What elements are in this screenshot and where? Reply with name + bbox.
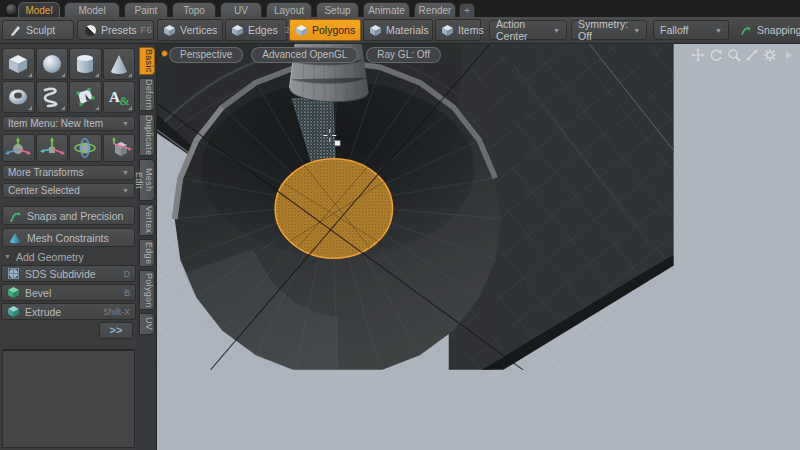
more-transforms-dropdown[interactable]: More Transforms▼	[2, 165, 135, 180]
sds-subdivide-tool[interactable]: SDS SubdivideD	[1, 265, 136, 282]
vtab-duplicate[interactable]: Duplicate	[139, 114, 155, 156]
mode-materials-button[interactable]: Materials	[363, 19, 433, 41]
move-tool-button[interactable]	[36, 134, 69, 162]
vtab-edge[interactable]: Edge	[139, 239, 155, 267]
tab-render[interactable]: Render	[414, 2, 456, 17]
orbit-icon[interactable]	[709, 48, 723, 62]
layout-tab-bar: Model Model Quad Paint Topo UV Layout Se…	[0, 0, 800, 18]
cube-icon	[5, 52, 31, 76]
raygl-toggle[interactable]: Ray GL: Off	[366, 47, 441, 63]
shading-mode-selector[interactable]: Advanced OpenGL	[251, 47, 358, 63]
symmetry-dropdown[interactable]: Symmetry: Off▼	[571, 20, 647, 40]
mode-items-button[interactable]: Items5	[435, 19, 481, 41]
mesh-constraints-button[interactable]: Mesh Constraints	[2, 228, 135, 247]
chevron-down-icon: ▼	[122, 187, 129, 194]
pen-polygon-tool-button[interactable]	[69, 81, 102, 113]
selected-polygons[interactable]	[275, 159, 392, 258]
preset-sphere-icon	[84, 24, 97, 37]
chevron-down-icon: ▼	[553, 27, 560, 34]
vtab-uv[interactable]: UV	[139, 313, 155, 335]
polygons-cube-icon	[295, 24, 308, 37]
vtab-deform[interactable]: Deform	[139, 78, 155, 111]
tab-layout[interactable]: Layout	[266, 2, 312, 17]
settings-icon[interactable]	[763, 48, 777, 62]
tab-topo[interactable]: Topo	[172, 2, 216, 17]
mode-edges-button[interactable]: Edges2	[225, 19, 287, 41]
perspective-selector[interactable]: Perspective	[169, 47, 243, 63]
helix-icon	[39, 85, 65, 109]
expand-toolbox-button[interactable]: >>	[99, 322, 133, 339]
sphere-tool-button[interactable]	[36, 48, 69, 80]
cube-tool-button[interactable]	[2, 48, 35, 80]
helix-tool-button[interactable]	[36, 81, 69, 113]
tab-model[interactable]: Model	[18, 2, 60, 17]
mode-vertices-button[interactable]: Vertices1	[157, 19, 223, 41]
edges-cube-icon	[231, 24, 244, 37]
transform-all-tool-button[interactable]	[2, 134, 35, 162]
svg-text:&: &	[119, 93, 130, 108]
item-menu-dropdown[interactable]: Item Menu: New Item▼	[2, 116, 135, 131]
vtab-basic[interactable]: Basic	[139, 47, 155, 75]
extrude-tool[interactable]: ExtrudeShift-X	[1, 303, 136, 320]
3d-viewport[interactable]: Perspective Advanced OpenGL Ray GL: Off	[157, 44, 800, 450]
viewport-nav-icons	[691, 48, 795, 62]
vtab-mesh-edit[interactable]: Mesh Edit	[139, 159, 155, 201]
presets-button[interactable]: Presets F6	[77, 20, 154, 40]
cylinder-tool-button[interactable]	[69, 48, 102, 80]
tab-animate[interactable]: Animate	[363, 2, 410, 17]
snapping-icon	[739, 24, 752, 37]
modo-window: Model Model Quad Paint Topo UV Layout Se…	[0, 0, 800, 450]
viewport-state-dot[interactable]	[161, 50, 168, 57]
sculpt-button[interactable]: Sculpt	[2, 20, 74, 40]
system-menu-icon[interactable]	[5, 3, 18, 16]
items-cube-icon	[441, 24, 454, 37]
mode-polygons-button[interactable]: Polygons	[289, 19, 361, 41]
zoom-icon[interactable]	[727, 48, 741, 62]
chevron-down-icon: ▼	[122, 169, 129, 176]
text-tool-button[interactable]: A&	[103, 81, 136, 113]
sds-subdivide-icon	[7, 267, 20, 280]
maximize-icon[interactable]	[745, 48, 759, 62]
empty-panel	[2, 349, 135, 448]
rotate-tool-button[interactable]	[69, 134, 102, 162]
sphere-icon	[39, 52, 65, 76]
more-icon[interactable]	[781, 48, 795, 62]
torus-icon	[5, 85, 31, 109]
action-center-dropdown[interactable]: Action Center▼	[489, 20, 567, 40]
transform-all-icon	[4, 136, 32, 160]
snaps-precision-button[interactable]: Snaps and Precision	[2, 206, 135, 225]
tab-model-quad[interactable]: Model Quad	[64, 2, 120, 17]
pan-icon[interactable]	[691, 48, 705, 62]
tab-paint[interactable]: Paint	[124, 2, 168, 17]
transform-tool-grid	[2, 134, 135, 162]
scale-tool-button[interactable]	[103, 134, 136, 162]
chevron-down-icon: ▼	[633, 27, 640, 34]
vtab-vertex[interactable]: Vertex	[139, 204, 155, 236]
center-selected-dropdown[interactable]: Center Selected▼	[2, 183, 135, 198]
move-icon	[38, 136, 66, 160]
brush-icon	[9, 24, 22, 37]
chevron-down-icon: ▼	[715, 27, 722, 34]
snapping-button[interactable]: Snapping	[733, 20, 798, 40]
materials-cube-icon	[369, 24, 382, 37]
section-collapse-icon: ▼	[4, 253, 11, 260]
pen-polygon-icon	[72, 85, 98, 109]
add-geometry-section[interactable]: ▼ Add Geometry	[0, 250, 137, 263]
cone-tool-button[interactable]	[103, 48, 136, 80]
vtab-polygon[interactable]: Polygon	[139, 270, 155, 310]
tab-setup[interactable]: Setup	[316, 2, 359, 17]
rotate-icon	[71, 136, 99, 160]
extrude-icon	[7, 305, 20, 318]
tab-uv[interactable]: UV	[220, 2, 262, 17]
toolbox-tab-strip: Basic Deform Duplicate Mesh Edit Vertex …	[137, 44, 157, 450]
torus-tool-button[interactable]	[2, 81, 35, 113]
add-tab-button[interactable]: +	[459, 3, 475, 18]
bevel-icon	[7, 286, 20, 299]
vertices-cube-icon	[163, 24, 176, 37]
bevel-tool[interactable]: BevelB	[1, 284, 136, 301]
toolbox-sidebar: A& Item Menu: New Item▼ More Transforms▼	[0, 44, 137, 450]
snaps-icon	[8, 209, 22, 223]
falloff-dropdown[interactable]: Falloff▼	[653, 20, 729, 40]
viewport-3d-scene[interactable]	[157, 44, 800, 450]
main-toolbar: Sculpt Presets F6 Vertices1 Edges2 Polyg…	[0, 17, 800, 44]
